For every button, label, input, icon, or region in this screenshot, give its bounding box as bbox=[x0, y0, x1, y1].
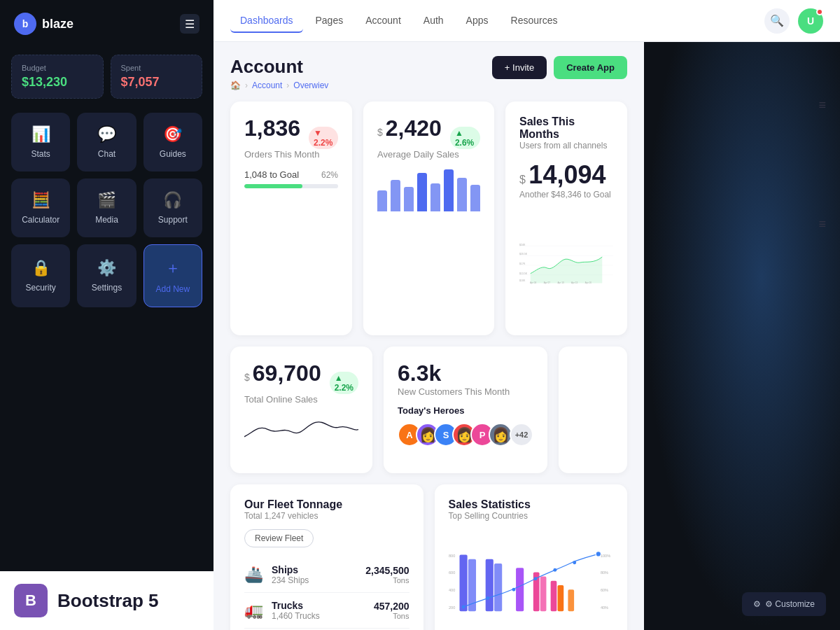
top-nav: Dashboards Pages Account Auth Apps Resou… bbox=[214, 0, 840, 42]
trucks-icon: 🚛 bbox=[244, 601, 263, 620]
new-customers-label: New Customers This Month bbox=[398, 386, 533, 397]
nav-grid: 📊 Stats 💬 Chat 🎯 Guides 🧮 Calculator 🎬 M… bbox=[0, 113, 214, 307]
sales-month-card: Sales This Months Users from all channel… bbox=[505, 102, 627, 335]
breadcrumb-home-icon: 🏠 bbox=[230, 80, 241, 90]
dot-3 bbox=[512, 588, 515, 592]
svg-text:Apr 13: Apr 13 bbox=[571, 281, 578, 284]
review-fleet-button[interactable]: Review Fleet bbox=[244, 529, 314, 547]
customize-icon: ⚙ bbox=[753, 599, 761, 609]
budget-label: Budget bbox=[22, 64, 93, 72]
budget-cards: Budget $13,230 Spent $7,057 bbox=[0, 48, 214, 106]
dot-2 bbox=[486, 596, 489, 600]
total-sales-card: $ 69,700 ▲ 2.2% Total Online Sales bbox=[230, 346, 372, 473]
menu-icon[interactable]: ☰ bbox=[180, 14, 200, 34]
dot-1 bbox=[461, 606, 465, 609]
bottom-row: Our Fleet Tonnage Total 1,247 vehicles R… bbox=[230, 484, 627, 630]
search-button[interactable]: 🔍 bbox=[764, 8, 790, 34]
bar-6 bbox=[444, 169, 454, 211]
dot-5 bbox=[553, 568, 556, 572]
nav-item-add-new[interactable]: ＋ Add New bbox=[144, 244, 202, 307]
customize-button[interactable]: ⚙ ⚙ Customize bbox=[742, 592, 826, 616]
breadcrumb-overview[interactable]: Overwiev bbox=[293, 80, 328, 90]
progress-label: 1,048 to Goal bbox=[244, 169, 299, 180]
sales-note: Another $48,346 to Goal bbox=[519, 190, 613, 200]
bar-1 bbox=[377, 190, 387, 211]
nav-item-support[interactable]: 🎧 Support bbox=[144, 178, 202, 237]
bootstrap-badge: B Bootstrap 5 bbox=[0, 571, 214, 630]
chat-icon: 💬 bbox=[97, 125, 116, 144]
svg-text:Apr 16: Apr 16 bbox=[585, 281, 592, 284]
orders-card: 1,836 ▼ 2.2% Orders This Month 1,048 to … bbox=[230, 102, 352, 335]
daily-sales-card: $ 2,420 ▲ 2.6% Average Daily Sales bbox=[363, 102, 494, 335]
hero-count: +42 bbox=[510, 423, 533, 447]
svg-text:$20.5K: $20.5K bbox=[519, 253, 528, 255]
ships-name: Ships bbox=[272, 564, 365, 575]
chart-area-fill bbox=[531, 257, 602, 283]
bootstrap-text: Bootstrap 5 bbox=[57, 590, 158, 612]
bar-2 bbox=[391, 180, 400, 211]
page-title: Account bbox=[230, 56, 328, 78]
dollar-prefix2: $ bbox=[519, 174, 526, 186]
line-chart-svg: $24K $20.5K $17K $13.5K $10K Apr 04 Ap bbox=[519, 206, 613, 318]
security-icon: 🔒 bbox=[31, 259, 50, 277]
nav-item-settings[interactable]: ⚙️ Settings bbox=[77, 244, 136, 307]
nav-account[interactable]: Account bbox=[356, 9, 411, 33]
bar-3 bbox=[404, 187, 414, 211]
notification-badge bbox=[816, 8, 823, 15]
nav-label-add-new: Add New bbox=[155, 284, 190, 294]
bar-4 bbox=[417, 173, 427, 211]
empty-card bbox=[559, 346, 627, 473]
total-sales-label: Total Online Sales bbox=[244, 394, 358, 405]
top-nav-links: Dashboards Pages Account Auth Apps Resou… bbox=[230, 9, 567, 33]
add-new-icon: ＋ bbox=[165, 258, 181, 279]
svg-text:$13.5K: $13.5K bbox=[519, 272, 528, 275]
nav-label-calculator: Calculator bbox=[22, 215, 59, 225]
nav-item-stats[interactable]: 📊 Stats bbox=[11, 113, 70, 172]
breadcrumb: 🏠 › Account › Overwiev bbox=[230, 80, 328, 90]
right-panel: ≡ ≡ ⚙ ⚙ Customize bbox=[644, 42, 840, 630]
trucks-name: Trucks bbox=[272, 600, 374, 611]
nav-item-security[interactable]: 🔒 Security bbox=[11, 244, 70, 307]
nav-resources[interactable]: Resources bbox=[501, 9, 568, 33]
sidebar-logo: b blaze bbox=[14, 13, 74, 35]
nav-label-guides: Guides bbox=[160, 149, 186, 159]
sales-stats-card: Sales Statistics Top Selling Countries 8… bbox=[435, 484, 628, 630]
user-avatar[interactable]: U bbox=[798, 8, 823, 34]
nav-item-guides[interactable]: 🎯 Guides bbox=[144, 113, 202, 172]
invite-button[interactable]: + Invite bbox=[492, 56, 547, 79]
line-overlay bbox=[463, 554, 598, 607]
nav-pages[interactable]: Pages bbox=[306, 9, 354, 33]
create-app-button[interactable]: Create App bbox=[554, 56, 627, 79]
bar-g3-1 bbox=[516, 568, 524, 611]
total-sales-badge: ▲ 2.2% bbox=[330, 372, 358, 394]
calculator-icon: 🧮 bbox=[31, 191, 50, 209]
nav-label-settings: Settings bbox=[92, 283, 122, 293]
svg-text:800: 800 bbox=[449, 554, 455, 558]
media-icon: 🎬 bbox=[97, 191, 116, 209]
fleet-title: Our Fleet Tonnage bbox=[244, 498, 410, 511]
bar-8 bbox=[470, 185, 480, 211]
fleet-row-ships: 🚢 Ships 234 Ships 2,345,500 Tons bbox=[244, 557, 410, 593]
nav-apps[interactable]: Apps bbox=[456, 9, 498, 33]
panel-icon-1: ≡ bbox=[818, 98, 826, 113]
progress-row: 1,048 to Goal 62% bbox=[244, 169, 338, 180]
ships-info: Ships 234 Ships bbox=[272, 564, 365, 585]
nav-auth[interactable]: Auth bbox=[414, 9, 454, 33]
svg-text:$24K: $24K bbox=[519, 244, 526, 246]
fleet-card: Our Fleet Tonnage Total 1,247 vehicles R… bbox=[230, 484, 424, 630]
trucks-sub: 1,460 Trucks bbox=[272, 611, 374, 621]
dollar3: $ bbox=[244, 372, 250, 383]
nav-label-support: Support bbox=[158, 215, 188, 225]
ships-value: 2,345,500 Tons bbox=[365, 565, 409, 584]
nav-item-calculator[interactable]: 🧮 Calculator bbox=[11, 178, 70, 237]
breadcrumb-account[interactable]: Account bbox=[252, 80, 282, 90]
nav-dashboards[interactable]: Dashboards bbox=[230, 9, 303, 33]
sales-line-chart: $24K $20.5K $17K $13.5K $10K Apr 04 Ap bbox=[519, 206, 613, 321]
app-name: blaze bbox=[42, 17, 74, 31]
sales-month-subtitle: Users from all channels bbox=[519, 141, 613, 150]
svg-text:60%: 60% bbox=[600, 588, 608, 592]
content-area: Account 🏠 › Account › Overwiev + Invite … bbox=[214, 42, 840, 630]
fleet-row-trucks: 🚛 Trucks 1,460 Trucks 457,200 Tons bbox=[244, 593, 410, 629]
nav-item-chat[interactable]: 💬 Chat bbox=[77, 113, 136, 172]
nav-item-media[interactable]: 🎬 Media bbox=[77, 178, 136, 237]
